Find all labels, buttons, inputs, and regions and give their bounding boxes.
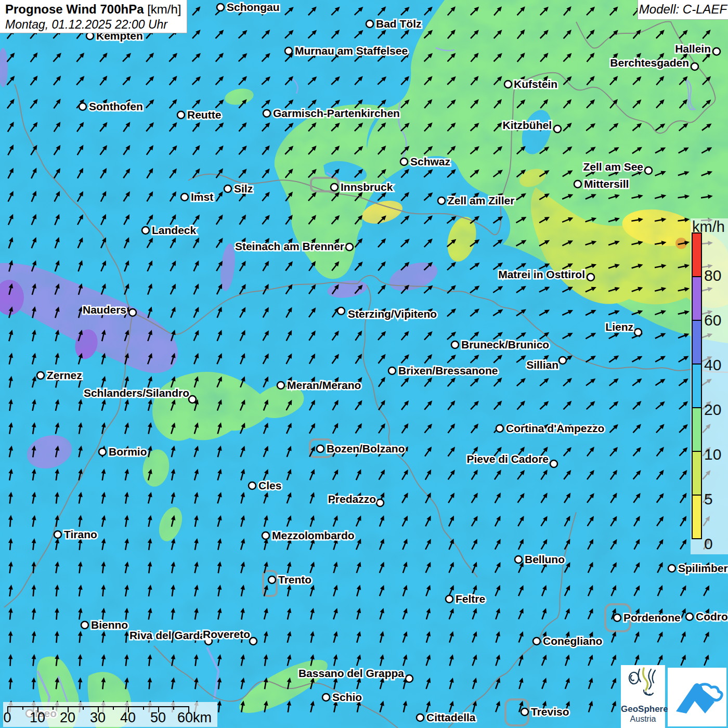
city-label: Trento [278, 574, 311, 586]
city-label: Rovereto [203, 628, 250, 640]
weather-map-screen: SchongauSchongauBad TölzBad TölzKemptenK… [0, 0, 728, 728]
legend-tick-label: 40 [704, 356, 721, 374]
city-label: Mittersill [584, 178, 629, 190]
city-label: Cittadella [426, 711, 476, 723]
city-dot-icon [587, 274, 594, 281]
city-marker: Sterzing/VipitenoSterzing/Vipiteno [337, 307, 437, 320]
city-marker: Zell am ZillerZell am Ziller [438, 194, 514, 206]
city-label: Reutte [187, 109, 221, 121]
city-dot-icon [668, 565, 675, 572]
city-label: Zernez [47, 369, 82, 381]
city-label: Murnau am Staffelsee [295, 45, 408, 57]
city-label: Garmisch-Partenkirchen [273, 107, 400, 119]
city-dot-icon [81, 621, 88, 629]
city-dot-icon [263, 110, 270, 117]
city-label: Tirano [64, 528, 97, 540]
city-label: Bruneck/Brunico [461, 339, 549, 350]
legend-band-80 [692, 232, 702, 277]
city-label: Codroipo [696, 610, 728, 622]
city-dot-icon [142, 227, 149, 234]
map-canvas: SchongauSchongauBad TölzBad TölzKemptenK… [0, 0, 728, 728]
geosphere-logo-subtext: Austria [621, 714, 665, 724]
city-dot-icon [406, 675, 413, 682]
city-dot-icon [99, 448, 106, 456]
city-dot-icon [37, 372, 44, 379]
geosphere-contour-icon [621, 665, 665, 703]
city-dot-icon [713, 48, 720, 55]
city-marker: SonthofenSonthofen [79, 100, 143, 112]
city-dot-icon [54, 531, 61, 538]
city-marker: Garmisch-PartenkirchenGarmisch-Partenkir… [263, 107, 400, 119]
legend-colorbar [692, 232, 702, 539]
city-dot-icon [322, 694, 330, 701]
city-marker: MezzolombardoMezzolombardo [262, 529, 355, 541]
city-label: Belluno [525, 553, 565, 565]
city-dot-icon [277, 382, 284, 389]
city-marker: Cortina d'AmpezzoCortina d'Ampezzo [496, 422, 604, 434]
city-dot-icon [438, 197, 445, 204]
city-label: Kitzbühel [503, 119, 552, 131]
scalebar-minor-tick [53, 706, 54, 710]
city-dot-icon [451, 341, 459, 348]
scalebar-minor-tick [173, 706, 174, 710]
city-label: Sonthofen [89, 100, 143, 112]
city-label: Treviso [531, 706, 569, 718]
scalebar-end-label: 60km [177, 710, 212, 726]
scalebar-label: 50 [150, 710, 166, 726]
city-dot-icon [559, 357, 566, 364]
legend-band-0 [692, 495, 702, 539]
city-dot-icon [249, 482, 256, 489]
wind-speed-legend: km/h 806040201050 [691, 218, 728, 554]
city-label: Kufstein [514, 78, 557, 90]
city-dot-icon [417, 714, 424, 721]
city-dot-icon [129, 309, 136, 316]
city-dot-icon [686, 613, 693, 620]
city-marker: Steinach am BrennerSteinach am Brenner [235, 240, 353, 252]
legend-tick-label: 5 [704, 490, 713, 508]
city-dot-icon [217, 4, 224, 11]
city-marker: Zell am SeeZell am See [583, 161, 652, 174]
title-box: Prognose Wind 700hPa [km/h] Montag, 01.1… [0, 0, 187, 33]
legend-tick-label: 60 [704, 311, 721, 329]
city-dot-icon [366, 20, 373, 28]
city-dot-icon [285, 47, 292, 55]
city-label: Silz [234, 183, 253, 194]
city-label: Pordenone [623, 612, 681, 623]
city-label: Matrei in Osttirol [498, 268, 585, 280]
city-dot-icon [376, 499, 384, 506]
legend-tick-label: 10 [704, 446, 721, 463]
city-marker: PordenonePordenone [614, 612, 681, 623]
city-dot-icon [262, 532, 269, 539]
city-dot-icon [521, 708, 528, 716]
city-dot-icon [177, 111, 185, 119]
legend-band-20 [692, 363, 702, 408]
city-label: Mezzolombardo [272, 529, 355, 541]
scalebar-label: 30 [90, 710, 106, 726]
city-dot-icon [550, 460, 557, 467]
city-marker: Meran/MeranoMeran/Merano [277, 379, 361, 391]
city-label: Sterzing/Vipiteno [348, 308, 437, 320]
scalebar-minor-tick [143, 706, 144, 710]
city-label: Bormio [109, 446, 147, 458]
city-dot-icon [574, 180, 581, 188]
city-label: Bienno [91, 619, 128, 631]
city-dot-icon [79, 103, 86, 110]
city-label: Spilimbergo [678, 562, 728, 574]
scalebar-minor-tick [83, 706, 84, 710]
city-dot-icon [554, 125, 561, 133]
city-label: Zell am Ziller [448, 194, 514, 206]
city-label: Cortina d'Ampezzo [506, 422, 604, 434]
city-label: Innsbruck [341, 181, 393, 193]
map-title: Prognose Wind 700hPa [km/h] [5, 2, 181, 17]
city-marker: Bozen/BolzanoBozen/Bolzano [317, 443, 405, 454]
city-dot-icon [515, 556, 522, 563]
city-label: Predazzo [328, 493, 376, 505]
city-label: Brixen/Bressanone [398, 365, 498, 376]
legend-tick-label: 20 [704, 401, 721, 419]
city-dot-icon [224, 185, 231, 192]
scalebar-minor-tick [22, 706, 23, 710]
model-label: Modell: C-LAEF [638, 0, 728, 20]
city-marker: Bruneck/BrunicoBruneck/Brunico [451, 339, 549, 350]
distance-scalebar: 0102030405060km [3, 702, 217, 727]
city-label: Schongau [227, 1, 280, 13]
